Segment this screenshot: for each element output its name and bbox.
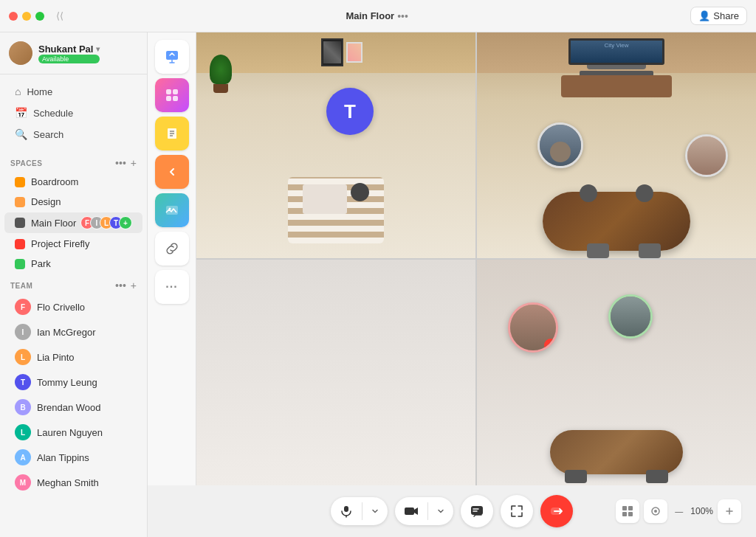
- bottom-bar: — 100%: [148, 485, 756, 537]
- zoom-control: — 100%: [616, 499, 741, 523]
- team-more-button[interactable]: •••: [115, 280, 126, 291]
- project-firefly-icon: [15, 239, 25, 249]
- mic-chevron-button[interactable]: [362, 500, 388, 522]
- spaces-more-button[interactable]: •••: [115, 157, 126, 169]
- virtual-office[interactable]: ···: [148, 32, 756, 485]
- fullscreen-button[interactable]: [35, 12, 44, 21]
- svg-rect-1: [166, 89, 171, 94]
- tv-stand: [561, 75, 672, 97]
- lia-avatar: L: [15, 349, 31, 365]
- camera-button[interactable]: [395, 497, 427, 525]
- mic-button[interactable]: [331, 497, 362, 525]
- svg-rect-18: [628, 506, 633, 510]
- leave-button[interactable]: [540, 495, 573, 527]
- alan-avatar: A: [15, 449, 31, 465]
- titlebar: ⟨⟨ Main Floor ••• 👤 Share: [0, 0, 756, 32]
- team-add-button[interactable]: +: [131, 280, 137, 291]
- room-top-left: T: [196, 32, 475, 258]
- nav-item-home[interactable]: ⌂ Home: [4, 81, 142, 102]
- person-bubble-1[interactable]: [537, 122, 583, 168]
- space-item-park[interactable]: Park: [4, 254, 142, 273]
- main-layout: Shukant Pal ▾ Available ⌂ Home 📅 Schedul…: [0, 32, 756, 537]
- team-member-brendan[interactable]: B Brendan Wood: [4, 395, 142, 419]
- person-bubble-2[interactable]: [685, 134, 728, 177]
- space-label-park: Park: [31, 258, 51, 269]
- spaces-add-button[interactable]: +: [131, 157, 137, 169]
- team-member-meghan[interactable]: M Meghan Smith: [4, 471, 142, 494]
- sidebar: Shukant Pal ▾ Available ⌂ Home 📅 Schedul…: [0, 32, 148, 537]
- toolbar-image-button[interactable]: [155, 193, 189, 227]
- ian-name: Ian McGregor: [37, 327, 95, 338]
- toolbar-link-button[interactable]: [155, 232, 189, 266]
- active-user-avatars: F I L T +: [84, 216, 132, 229]
- meghan-name: Meghan Smith: [37, 477, 99, 488]
- content-area: ···: [148, 32, 756, 537]
- svg-rect-12: [405, 507, 414, 515]
- mini-avatar-5: +: [119, 216, 132, 229]
- person-video-1: [537, 122, 583, 168]
- space-item-main-floor[interactable]: Main Floor F I L T +: [4, 212, 142, 233]
- nav-item-schedule[interactable]: 📅 Schedule: [4, 103, 142, 123]
- svg-rect-10: [344, 506, 348, 512]
- toolbar-note-button[interactable]: [155, 117, 189, 150]
- svg-rect-17: [622, 506, 627, 510]
- flo-name: Flo Crivello: [37, 302, 85, 313]
- spaces-section-header: SPACES ••• +: [0, 151, 147, 172]
- chair-b2: [646, 470, 668, 483]
- space-item-boardroom[interactable]: Boardroom: [4, 173, 142, 191]
- desk-area: [204, 177, 468, 243]
- space-item-design[interactable]: Design: [4, 193, 142, 211]
- room-bottom-left: [196, 260, 475, 485]
- team-member-lauren[interactable]: L Lauren Nguyen: [4, 420, 142, 444]
- expand-button[interactable]: [501, 495, 533, 527]
- main-floor-icon: [15, 218, 25, 228]
- nav-label-schedule: Schedule: [33, 108, 73, 119]
- team-member-tommy[interactable]: T Tommy Leung: [4, 370, 142, 394]
- team-member-flo[interactable]: F Flo Crivello: [4, 295, 142, 319]
- user-profile[interactable]: Shukant Pal ▾ Available: [0, 32, 147, 75]
- alan-name: Alan Tippins: [37, 452, 89, 463]
- close-button[interactable]: [9, 12, 18, 21]
- park-icon: [15, 259, 25, 269]
- toolbar-back-button[interactable]: [155, 155, 189, 189]
- toolbar-app-button[interactable]: [155, 78, 189, 112]
- minimize-button[interactable]: [22, 12, 31, 21]
- svg-rect-2: [173, 89, 178, 94]
- circle-view-button[interactable]: [644, 499, 667, 523]
- window-title: Main Floor: [346, 10, 394, 21]
- space-item-project-firefly[interactable]: Project Firefly: [4, 235, 142, 253]
- svg-rect-4: [173, 96, 178, 101]
- space-label-main-floor: Main Floor: [31, 218, 76, 229]
- tommy-bubble[interactable]: T: [326, 88, 374, 135]
- svg-point-9: [168, 208, 171, 210]
- chair-b1: [565, 470, 587, 483]
- camera-chevron-button[interactable]: [428, 500, 453, 522]
- toolbar-more-button[interactable]: ···: [155, 270, 189, 304]
- toolbar-present-button[interactable]: [155, 40, 189, 74]
- home-icon: ⌂: [15, 86, 21, 97]
- team-member-alan[interactable]: A Alan Tippins: [4, 446, 142, 469]
- nav-item-search[interactable]: 🔍 Search: [4, 124, 142, 145]
- title-more-button[interactable]: •••: [397, 10, 408, 22]
- user-name-label: Shukant Pal: [38, 44, 93, 55]
- person-bubble-4[interactable]: [608, 294, 653, 339]
- zoom-in-button[interactable]: [718, 499, 741, 523]
- share-button[interactable]: 👤 Share: [690, 7, 747, 25]
- chair-3: [587, 243, 609, 258]
- mic-control-group: [331, 497, 388, 525]
- tommy-name: Tommy Leung: [37, 377, 97, 388]
- tommy-avatar: T: [15, 374, 31, 390]
- tv-display: City View: [568, 38, 664, 77]
- grid-view-button[interactable]: [616, 499, 639, 523]
- zoom-level: 100%: [690, 506, 713, 516]
- team-section-header: TEAM ••• +: [0, 274, 147, 294]
- schedule-icon: 📅: [15, 107, 27, 119]
- person-bubble-3[interactable]: 🎤: [508, 302, 558, 353]
- team-member-lia[interactable]: L Lia Pinto: [4, 345, 142, 369]
- chat-button[interactable]: [461, 495, 493, 527]
- svg-point-22: [654, 510, 657, 513]
- status-badge: Available: [38, 55, 100, 63]
- person-video-4: [608, 294, 653, 339]
- team-member-ian[interactable]: I Ian McGregor: [4, 320, 142, 344]
- collapse-sidebar-button[interactable]: ⟨⟨: [56, 10, 63, 21]
